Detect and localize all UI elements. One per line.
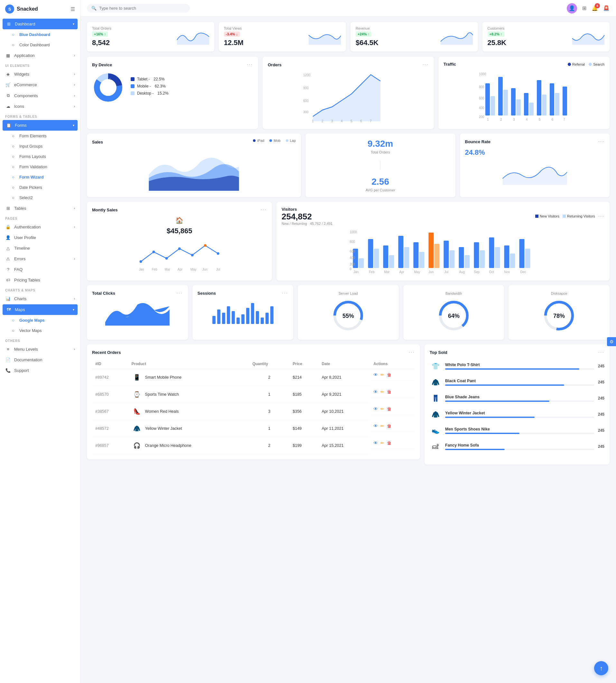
top-sold-info: Black Coat Pant — [445, 379, 594, 386]
edit-button[interactable]: ✏ — [380, 389, 384, 394]
sidebar-item-icons[interactable]: ☁ Icons › — [0, 101, 80, 112]
sidebar-item-form-wizard[interactable]: ○ Form Wizard — [0, 172, 80, 182]
edit-button[interactable]: ✏ — [380, 424, 384, 429]
sessions-menu[interactable]: ··· — [282, 290, 288, 296]
svg-text:900: 900 — [303, 86, 309, 90]
top-sold-menu[interactable]: ··· — [598, 349, 604, 355]
col-product: Product — [128, 359, 249, 369]
sidebar-item-application[interactable]: ▦ Application › — [0, 50, 80, 61]
fab-button[interactable]: ↑ — [594, 661, 608, 675]
order-qty: 1 — [249, 386, 289, 403]
search-input[interactable] — [99, 6, 185, 10]
sidebar-item-authentication[interactable]: 🔒 Authentication › — [0, 222, 80, 232]
orders-chart-menu[interactable]: ··· — [423, 62, 429, 68]
order-qty: 2 — [249, 437, 289, 454]
view-button[interactable]: 👁 — [373, 424, 378, 429]
sidebar-item-date-pickers[interactable]: ○ Date Pickers — [0, 182, 80, 193]
sidebar-item-color-dashboard[interactable]: ○ Color Dashboard — [0, 40, 80, 50]
sidebar-item-select2[interactable]: ○ Select2 — [0, 193, 80, 203]
sidebar-item-forms-layouts[interactable]: ○ Forms Layouts — [0, 152, 80, 162]
sidebar-item-form-elements[interactable]: ○ Form Elements — [0, 131, 80, 141]
sidebar-item-menu-levels[interactable]: ≡ Menu Levels › — [0, 344, 80, 355]
bell-icon[interactable]: 🔔 5 — [592, 5, 598, 11]
svg-rect-99 — [226, 306, 230, 324]
sidebar-item-charts[interactable]: 📊 Charts › — [0, 293, 80, 304]
by-device-menu[interactable]: ··· — [247, 62, 253, 68]
sidebar-item-user-profile[interactable]: 👤 User Profile — [0, 232, 80, 243]
disksapce-label: Disksapce — [551, 292, 567, 295]
bandwidth-card: Bandwidth 64% — [403, 285, 504, 340]
monthly-sales-menu[interactable]: ··· — [261, 207, 267, 213]
sidebar-item-documentation[interactable]: 📄 Documentation — [0, 355, 80, 365]
svg-rect-20 — [516, 99, 521, 115]
svg-text:300: 300 — [303, 110, 309, 114]
svg-text:2: 2 — [322, 119, 324, 123]
chevron-right-icon: › — [74, 207, 75, 210]
sidebar-item-ecommerce[interactable]: 🛒 eCommerce › — [0, 79, 80, 90]
order-id: #68570 — [92, 386, 128, 403]
stat-badge: -3.4% ↓ — [224, 31, 240, 37]
sidebar-item-dashboard[interactable]: ⊞ Dashboard ▾ — [3, 19, 78, 29]
sidebar-item-widgets[interactable]: ◈ Widgets › — [0, 69, 80, 79]
sidebar-item-blue-dashboard[interactable]: ○ Blue Dashboard — [0, 29, 80, 40]
view-button[interactable]: 👁 — [373, 389, 378, 394]
disksapce-card: Disksapce 78% — [508, 285, 610, 340]
sidebar-item-label: Tables — [14, 206, 26, 211]
sidebar-item-components[interactable]: ⧉ Components › — [0, 90, 80, 101]
sidebar-item-form-validation[interactable]: ○ Form Validation — [0, 162, 80, 172]
svg-rect-100 — [232, 311, 235, 324]
avatar[interactable]: 👤 — [567, 3, 577, 14]
view-button[interactable]: 👁 — [373, 372, 378, 378]
sidebar-item-timeline[interactable]: △ Timeline — [0, 243, 80, 253]
stat-chart-views — [309, 29, 341, 45]
stat-chart-customers — [572, 29, 604, 45]
sidebar-item-forms[interactable]: 📋 Forms ▾ — [3, 120, 78, 131]
legend-mobile-label: Mobile - — [137, 84, 151, 89]
edit-button[interactable]: ✏ — [380, 440, 384, 446]
delete-button[interactable]: 🗑 — [387, 406, 391, 411]
bounce-rate-menu[interactable]: ··· — [598, 139, 604, 144]
delete-button[interactable]: 🗑 — [387, 424, 391, 429]
svg-rect-106 — [260, 318, 264, 324]
new-visitors-legend: New Visitors — [535, 214, 559, 218]
sidebar-item-support[interactable]: 📞 Support — [0, 365, 80, 376]
grid-icon[interactable]: ⊞ — [582, 5, 587, 11]
delete-button[interactable]: 🗑 — [387, 389, 391, 394]
sidebar-item-maps[interactable]: 🗺 Maps ▾ — [3, 304, 78, 315]
top-sold-bar-bg — [445, 368, 594, 370]
sidebar-item-pricing-tables[interactable]: 🏷 Pricing Tables — [0, 275, 80, 286]
delete-button[interactable]: 🗑 — [387, 440, 391, 446]
top-sold-item: 🧥 Yellow Winter Jacket 245 — [430, 409, 604, 420]
view-button[interactable]: 👁 — [373, 406, 378, 411]
top-sold-name: Yellow Winter Jacket — [445, 411, 594, 415]
sidebar-item-vector-maps[interactable]: ○ Vector Maps — [0, 325, 80, 336]
edit-button[interactable]: ✏ — [380, 406, 384, 411]
view-button[interactable]: 👁 — [373, 440, 378, 446]
total-clicks-card: Total Clicks ··· — [87, 285, 188, 340]
svg-point-44 — [191, 254, 194, 256]
total-clicks-menu[interactable]: ··· — [176, 290, 182, 296]
sidebar-item-faq[interactable]: ? FAQ — [0, 264, 80, 275]
delete-button[interactable]: 🗑 — [387, 372, 391, 378]
settings-tab[interactable]: ⚙ — [607, 337, 616, 346]
sessions-title: Sessions — [198, 291, 216, 296]
total-orders-label: Total Orders — [371, 150, 390, 154]
order-id: #38567 — [92, 403, 128, 420]
sidebar-item-tables[interactable]: ⊞ Tables › — [0, 203, 80, 213]
sidebar-item-label: Charts — [14, 296, 26, 301]
svg-text:Mar: Mar — [165, 268, 171, 271]
sidebar-item-input-groups[interactable]: ○ Input Groups — [0, 141, 80, 152]
visitors-menu[interactable]: ··· — [598, 213, 604, 219]
disksapce-ring: 78% — [541, 298, 577, 333]
bounce-rate-title: Bounce Rate — [465, 139, 490, 144]
legend-desktop-value: 15.2% — [157, 91, 168, 95]
sidebar-item-errors[interactable]: ⚠ Errors › — [0, 253, 80, 264]
stat-card-total-views: Total Views -3.4% ↓ 12.5M — [219, 22, 346, 51]
alert-icon[interactable]: 🚨 — [603, 5, 610, 11]
sidebar-item-google-maps[interactable]: ○ Google Maps — [0, 315, 80, 325]
hamburger-icon[interactable]: ☰ — [70, 6, 75, 12]
order-product: ⌚ Sports Time Watch — [128, 386, 249, 403]
recent-orders-menu[interactable]: ··· — [409, 349, 415, 355]
svg-point-41 — [153, 251, 155, 253]
edit-button[interactable]: ✏ — [380, 372, 384, 378]
